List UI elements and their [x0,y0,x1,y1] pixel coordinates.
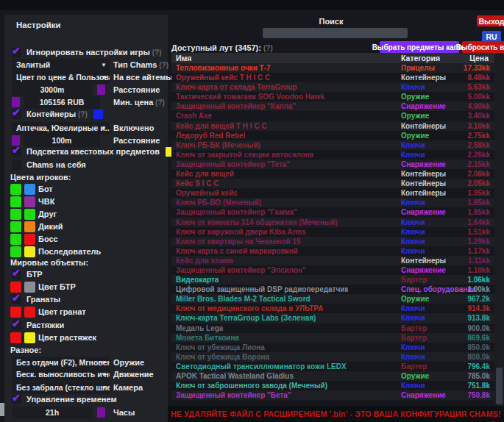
color-swatch[interactable] [10,234,21,245]
color-swatch[interactable] [24,234,35,245]
value-input[interactable]: 3000m [12,84,93,96]
table-row[interactable]: Тепловизионные очки Т-7Прицелы17.33kk [171,63,494,73]
table-row[interactable]: Ключ от наружной двери Kiba ArmsКлючи1.5… [171,227,494,237]
table-row[interactable]: Защищенный контейнер "Тета"Снаряжение2.1… [171,160,494,169]
table-row[interactable]: Ключ от квартиры на Чеканной 15Ключи1.29… [171,237,494,246]
color-swatch[interactable] [10,246,21,257]
checkbox[interactable]: ✔ [12,395,21,404]
check-icon: ✔ [12,107,21,118]
color-swatch[interactable] [10,332,21,343]
value-input[interactable]: 105156 RUB [24,96,100,109]
column-category[interactable]: Категория [401,54,440,62]
checkbox[interactable] [12,160,21,170]
table-row[interactable]: Тактический томагавк SOG Voodoo HawkОруж… [171,92,494,101]
color-swatch[interactable] [24,184,35,195]
sidebar-row-ЧВК: ЧВК [4,196,168,208]
color-swatch[interactable] [24,307,35,318]
footer-bar: НЕ УДАЛЯЙТЕ ФАЙЛ С РАСШИРЕНИЕМ '.bin' - … [168,406,504,422]
table-row[interactable]: Кейс S I C CКонтейнеры2.05kk [171,179,494,188]
color-swatch[interactable] [24,221,35,232]
help-icon[interactable]: (?) [153,99,165,107]
checkbox[interactable]: ✔ [12,48,21,57]
column-name[interactable]: Имя [176,54,191,62]
checkbox[interactable]: ✔ [12,270,21,279]
color-swatch[interactable] [24,196,35,207]
item-name: Ключ от закрытой секции автосалона [176,151,313,159]
dropdown[interactable]: Без отдачи (F2), Мгновенное п▼ [12,357,110,369]
table-row[interactable]: Медаль LegaБартер900.0k [171,323,494,333]
dropdown[interactable]: Беск. выносливость и нет уста▼ [12,368,110,381]
dropdown[interactable]: Цвет по цене & Пользователь▼ [12,71,110,84]
table-row[interactable]: Цифровой защищенный DSP радиопередатчикС… [171,285,494,294]
search-input[interactable] [263,28,408,38]
help-icon[interactable]: (?) [157,61,168,69]
color-swatch[interactable] [24,209,35,220]
dropdown[interactable]: Аптечка, Ювелирные и...▼ [12,122,110,135]
help-icon[interactable]: (?) [263,44,273,52]
color-swatch[interactable] [24,282,35,293]
dropdown-label: Тип Chams (?) [113,60,168,69]
table-row[interactable]: Кейс для хламаКонтейнеры1.11kk [171,256,494,265]
table-row[interactable]: Защищенный контейнер "Бета"Снаряжение750… [171,390,494,400]
table-row[interactable]: Оружейный кейс T H I C CКонтейнеры8.48kk [171,73,494,82]
color-swatch[interactable] [97,407,105,418]
table-row[interactable]: Ключ РБ-БК (Меченый)Ключи2.58kk [171,140,494,150]
color-swatch[interactable] [12,97,20,107]
select-kappa-items-button[interactable]: Выбрать предметы каппа [380,41,459,53]
table-row[interactable]: Ключ от заброшенного завода (Меченый)Клю… [171,381,494,390]
item-price: 914.3k [467,304,490,312]
checkbox[interactable]: ✔ [12,110,21,119]
loot-table-body: Тепловизионные очки Т-7Прицелы17.33kkОру… [171,63,494,406]
checkbox[interactable]: ✔ [12,321,21,330]
table-row[interactable]: Кейс для вещейКонтейнеры2.08kk [171,169,494,179]
column-price[interactable]: Цена [469,54,489,62]
color-swatch[interactable] [97,85,105,95]
table-row[interactable]: Защищенный контейнер "Эпсилон"Снаряжение… [171,265,494,275]
item-price: 869.6k [467,334,490,342]
help-icon[interactable]: (?) [150,49,162,57]
drop-all-button[interactable]: Выбросить все [462,41,504,53]
table-row[interactable]: Защищенный контейнер "Гамма"Снаряжение1.… [171,207,494,217]
table-row[interactable]: Ледоруб Red RebelОружие2.75kk [171,131,494,140]
table-row[interactable]: Ключ-карта TerraGroup Labs (Зеленая)Ключ… [171,313,494,323]
checkbox[interactable]: ✔ [12,295,21,304]
item-price: 1.29kk [467,237,490,246]
table-scrollbar-thumb[interactable] [496,368,503,404]
color-swatch[interactable] [10,307,21,318]
value-input[interactable]: 21h [12,407,93,419]
table-row[interactable]: Crash AxeОружие3.40kk [171,111,494,121]
table-row[interactable]: Кейс для вещей T H I C CКонтейнеры3.10kk [171,121,494,131]
table-scrollbar[interactable] [494,53,504,406]
table-row[interactable]: Ключ от комнаты 314 общежития (Меченый)К… [171,218,494,227]
dropdown[interactable]: Залитый▼ [12,59,110,71]
table-row[interactable]: Светодиодный трансиллюминатор кожи LEDXБ… [171,362,494,371]
value-input[interactable]: 100m [24,135,100,147]
table-row[interactable]: Оружейный кейсКонтейнеры1.95kk [171,188,494,198]
table-row[interactable]: Ключ от убежища ВоронаКлючи800.0k [171,352,494,362]
table-row[interactable]: APOK Tactical Wasteland GladiusОружие785… [171,371,494,381]
color-swatch[interactable] [10,184,21,195]
table-row[interactable]: ВидеокартаБартер1.06kk [171,275,494,285]
color-swatch[interactable] [93,110,103,119]
table-row[interactable]: Монета БиткоинаБартер869.6k [171,333,494,343]
table-row[interactable]: Ключ от закрытой секции автосалонаКлючи2… [171,150,494,160]
item-price: 5.63kk [467,83,490,91]
help-icon[interactable]: (?) [76,110,88,118]
exit-button[interactable]: Выход [477,15,504,26]
dropdown[interactable]: Без забрала (стекло шлема)▼ [12,382,110,394]
checkbox[interactable]: ✔ [12,147,21,157]
color-swatch[interactable] [10,221,21,232]
color-swatch[interactable] [24,332,35,343]
table-row[interactable]: Ключ-карта с синей маркировкойКлючи1.17k… [171,246,494,256]
table-row[interactable]: Ключ-карта от склада TerraGroupКлючи5.63… [171,82,494,92]
table-row[interactable]: Ключ РБ-ВО (Меченый)Ключи1.85kk [171,198,494,207]
table-row[interactable]: Miller Bros. Blades M-2 Tactical SwordОр… [171,294,494,304]
color-swatch[interactable] [10,209,21,220]
table-row[interactable]: Ключ от убежища ЛионаКлючи850.0k [171,343,494,352]
color-swatch[interactable] [24,246,35,257]
table-row[interactable]: Ключ от медицинского склада в УЛЬТРАКлюч… [171,304,494,313]
color-swatch[interactable] [10,282,21,293]
table-row[interactable]: Защищенный контейнер "Каппа"Снаряжение4.… [171,101,494,111]
table-row[interactable] [171,400,494,406]
color-swatch[interactable] [10,196,21,207]
